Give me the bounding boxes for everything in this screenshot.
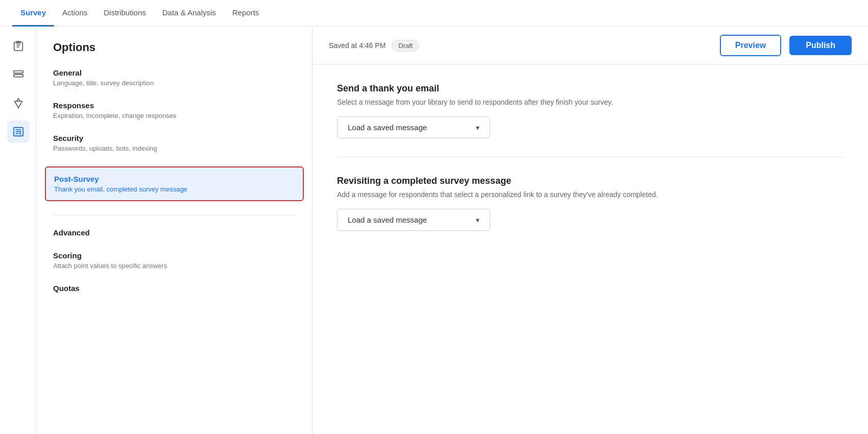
svg-rect-4	[13, 71, 22, 74]
thank-you-email-title: Send a thank you email	[337, 83, 843, 94]
draft-badge: Draft	[392, 40, 419, 52]
svg-rect-5	[13, 75, 22, 77]
option-post-survey-title: Post-Survey	[54, 175, 295, 183]
option-general-title: General	[53, 68, 296, 77]
svg-point-11	[19, 133, 21, 135]
option-scoring[interactable]: Scoring Attach point values to specific …	[53, 251, 296, 270]
option-security-subtitle: Passwords, uploads, bots, indexing	[53, 144, 296, 152]
option-advanced-title: Advanced	[53, 228, 296, 237]
nav-item-survey[interactable]: Survey	[12, 0, 54, 27]
sidebar-icon-options[interactable]	[7, 120, 30, 143]
option-general[interactable]: General Language, title, survey descript…	[53, 68, 296, 87]
main-layout: Options General Language, title, survey …	[0, 27, 868, 434]
options-divider	[53, 215, 296, 216]
icon-sidebar	[0, 27, 37, 434]
option-post-survey-subtitle: Thank you email, completed survey messag…	[54, 185, 295, 193]
option-quotas-title: Quotas	[53, 284, 296, 293]
option-responses[interactable]: Responses Expiration, incomplete, change…	[53, 101, 296, 119]
options-title: Options	[53, 41, 296, 54]
option-quotas[interactable]: Quotas	[53, 284, 296, 293]
content-header: Saved at 4:46 PM Draft Preview Publish	[312, 27, 868, 65]
top-navigation: Survey Actions Distributions Data & Anal…	[0, 0, 868, 27]
revisiting-message-desc: Add a message for respondents that selec…	[337, 190, 705, 199]
option-post-survey[interactable]: Post-Survey Thank you email, completed s…	[45, 166, 304, 201]
content-area: Saved at 4:46 PM Draft Preview Publish S…	[312, 27, 868, 434]
option-general-subtitle: Language, title, survey description	[53, 79, 296, 87]
thank-you-email-desc: Select a message from your library to se…	[337, 98, 705, 106]
load-message-btn-label-1: Load a saved message	[348, 123, 427, 132]
revisiting-message-title: Revisiting a completed survey message	[337, 176, 843, 186]
option-scoring-title: Scoring	[53, 251, 296, 260]
nav-item-data-analysis[interactable]: Data & Analysis	[154, 0, 224, 27]
sidebar-icon-paint[interactable]	[7, 92, 30, 114]
options-sidebar: Options General Language, title, survey …	[37, 27, 312, 434]
option-security-title: Security	[53, 134, 296, 142]
thank-you-email-section: Send a thank you email Select a message …	[337, 83, 843, 138]
nav-item-actions[interactable]: Actions	[54, 0, 95, 27]
option-security[interactable]: Security Passwords, uploads, bots, index…	[53, 134, 296, 152]
revisiting-message-section: Revisiting a completed survey message Ad…	[337, 176, 843, 231]
sidebar-icon-clipboard[interactable]	[7, 35, 30, 57]
option-responses-subtitle: Expiration, incomplete, change responses	[53, 112, 296, 119]
sidebar-icon-list[interactable]	[7, 63, 30, 86]
chevron-down-icon-2: ▾	[476, 216, 479, 224]
saved-text: Saved at 4:46 PM	[329, 41, 385, 50]
nav-item-distributions[interactable]: Distributions	[95, 0, 154, 27]
load-message-btn-label-2: Load a saved message	[348, 215, 427, 224]
saved-info: Saved at 4:46 PM Draft	[329, 40, 419, 52]
option-responses-title: Responses	[53, 101, 296, 110]
preview-button[interactable]: Preview	[720, 35, 781, 56]
load-saved-message-btn-2[interactable]: Load a saved message ▾	[337, 209, 490, 231]
content-body: Send a thank you email Select a message …	[312, 65, 868, 434]
nav-item-reports[interactable]: Reports	[224, 0, 268, 27]
chevron-down-icon-1: ▾	[476, 124, 479, 132]
option-advanced[interactable]: Advanced	[53, 228, 296, 237]
publish-button[interactable]: Publish	[789, 36, 852, 55]
option-scoring-subtitle: Attach point values to specific answers	[53, 262, 296, 270]
section-divider	[337, 157, 843, 157]
load-saved-message-btn-1[interactable]: Load a saved message ▾	[337, 116, 490, 138]
